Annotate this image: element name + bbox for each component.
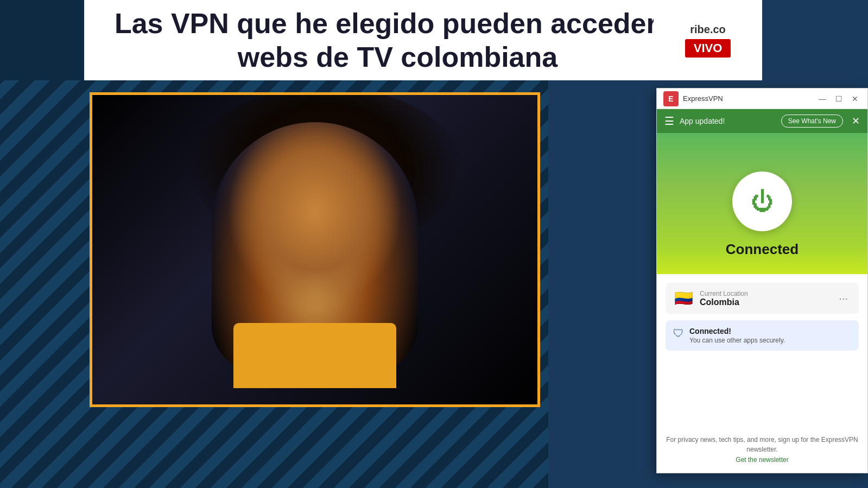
minimize-button[interactable]: — [816, 93, 828, 105]
location-info: Current Location Colombia [700, 290, 830, 307]
see-whats-new-button[interactable]: See What's New [781, 115, 843, 128]
power-button[interactable]: ⏻ [732, 172, 792, 231]
connected-area: ⏻ Connected [657, 133, 867, 274]
notification-subtitle: You can use other apps securely. [689, 337, 785, 344]
location-section: 🇨🇴 Current Location Colombia ··· [657, 283, 867, 314]
vivo-badge: VIVO [685, 39, 731, 58]
app-updated-text: App updated! [680, 117, 776, 125]
newsletter-text: For privacy news, tech tips, and more, s… [666, 435, 859, 454]
window-title-text: ExpressVPN [683, 94, 723, 103]
location-name: Colombia [700, 297, 830, 307]
newsletter-link[interactable]: Get the newsletter [736, 456, 788, 464]
vpn-window: E ExpressVPN — ☐ ✕ ☰ App updated! See Wh… [656, 88, 868, 473]
banner-line1: Las VPN que he elegido pueden acceder a [115, 8, 681, 39]
banner-line2: webs de TV colombiana [238, 41, 557, 73]
maximize-button[interactable]: ☐ [833, 93, 845, 105]
video-frame [90, 92, 540, 407]
connected-notification: 🛡 Connected! You can use other apps secu… [666, 320, 859, 351]
subscribe-url: ribe.co [690, 23, 726, 36]
subscribe-badge: ribe.co VIVO [654, 0, 762, 80]
top-banner: Las VPN que he elegido pueden acceder a … [84, 0, 711, 80]
window-controls: — ☐ ✕ [816, 93, 861, 105]
window-titlebar: E ExpressVPN — ☐ ✕ [657, 88, 867, 109]
connected-status-text: Connected [726, 241, 799, 258]
person-placeholder [212, 119, 418, 380]
hamburger-icon[interactable]: ☰ [664, 115, 674, 128]
person-shirt [233, 323, 396, 388]
notification-title: Connected! [689, 327, 785, 335]
window-title-left: E ExpressVPN [663, 91, 723, 106]
logo-letter: E [668, 94, 673, 103]
power-icon: ⏻ [751, 188, 774, 214]
video-inner [90, 92, 540, 407]
newsletter-section: For privacy news, tech tips, and more, s… [657, 426, 867, 473]
close-button[interactable]: ✕ [849, 93, 861, 105]
close-bar-icon[interactable]: ✕ [852, 115, 860, 127]
notification-text: Connected! You can use other apps secure… [689, 327, 785, 344]
app-updated-bar: ☰ App updated! See What's New ✕ [657, 109, 867, 133]
location-label: Current Location [700, 290, 830, 297]
banner-text: Las VPN que he elegido pueden acceder a … [115, 7, 681, 74]
shield-icon: 🛡 [673, 327, 684, 340]
more-options-button[interactable]: ··· [837, 290, 850, 307]
location-card: 🇨🇴 Current Location Colombia ··· [666, 283, 859, 314]
expressvpn-logo: E [663, 91, 679, 106]
colombia-flag-icon: 🇨🇴 [674, 289, 693, 307]
person-face [212, 122, 418, 377]
